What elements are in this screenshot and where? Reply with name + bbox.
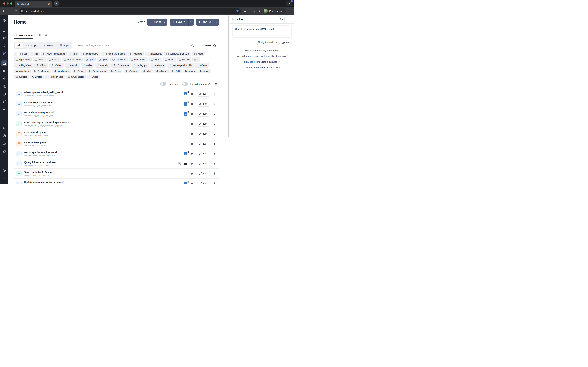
row-menu-button[interactable] [212,112,216,116]
row-menu-button[interactable] [212,151,216,156]
chat-suggestion[interactable]: How do I schedule a recurring job? [244,66,280,69]
tab-hub[interactable]: Hub [38,32,48,39]
sidebar-item-add[interactable] [1,106,7,112]
user-chip[interactable]: u/hugo [109,69,122,73]
browser-menu-icon[interactable] [288,9,292,13]
filter-apps[interactable]: Apps [57,43,72,48]
sidebar-item-variables[interactable] [1,76,7,82]
folder-chip[interactable]: f/guillaume [14,57,32,62]
content-search-button[interactable]: Content [199,42,219,49]
favorite-star[interactable] [190,152,194,155]
folder-chip[interactable]: f/docs [192,51,205,56]
filter-all[interactable]: All [15,43,23,48]
tree-view-toggle[interactable] [160,82,166,86]
new-tab-button[interactable] [54,1,59,6]
user-chip[interactable]: u/hugopw [123,69,140,73]
search-box[interactable] [75,42,196,49]
folder-chip[interactable]: f/providers [110,57,128,62]
windmill-logo[interactable] [1,17,7,23]
edit-button[interactable]: Edit [197,141,210,146]
sidebar-item-runs[interactable] [1,68,7,74]
chat-suggestion[interactable]: How can I connect to a database? [244,60,280,63]
edit-button[interactable]: Edit [197,101,210,107]
sidebar-item-logs[interactable] [1,156,7,162]
favorite-star[interactable] [190,92,194,96]
row-menu-button[interactable] [212,171,216,176]
folder-chip[interactable]: f/stats [149,57,162,62]
filter-scripts[interactable]: Scripts [24,43,40,48]
user-chip[interactable]: u/henri_admin [87,69,108,73]
create-app-button[interactable]: App [196,18,219,25]
list-item[interactable]: Send reminder to Discordf/all/send_disco… [14,168,219,178]
scrollbar-thumb[interactable] [228,15,229,137]
sidebar-item-home[interactable] [1,60,7,66]
user-chip[interactable]: u/kai [141,69,153,73]
edit-button[interactable]: Edit [197,121,210,126]
list-item[interactable]: Update customer contact channelf/bd/upda… [14,178,219,184]
folder-chip[interactable]: f/ai [18,51,29,56]
user-chip[interactable]: u/admin [65,63,80,68]
user-chip[interactable]: u/lplit [170,69,182,73]
folder-chip[interactable]: f/kube [33,57,46,62]
zoom-window-button[interactable] [10,2,12,5]
url-text[interactable]: app.windmill.dev [26,10,234,12]
user-chip[interactable]: u/changeme [112,63,131,68]
display-settings-button[interactable] [213,81,219,87]
user-chip[interactable]: u/rubenfiszel [66,75,86,79]
favorite-star[interactable] [190,132,194,135]
edit-button[interactable]: Edit [197,181,210,184]
favorite-star[interactable] [190,122,194,125]
user-chip[interactable]: u/guilhempw [32,69,51,73]
edit-button[interactable]: Edit [197,171,210,176]
downloads-icon[interactable] [252,9,255,13]
list-item[interactable]: Get usage for any licence idf/bd/get_usa… [14,149,219,158]
extensions-icon[interactable] [243,9,247,13]
main-scrollbar[interactable] [228,15,230,184]
flow-dropdown-caret[interactable] [189,18,194,25]
user-chip[interactable]: u/HugoCasa [14,63,34,68]
user-chip[interactable]: u/exteugenchubchik [167,63,194,68]
sidebar-item-schedules[interactable] [1,91,7,97]
group-chip[interactable]: g/all [192,57,200,62]
chat-input[interactable]: How do I set up a new HTTP route? [233,26,291,37]
tab-search-button[interactable] [286,1,292,6]
row-menu-button[interactable] [212,122,216,126]
user-chip[interactable]: u/mark [183,69,197,73]
media-controls-icon[interactable] [257,9,260,13]
user-chip[interactable]: u/ruben [30,75,44,79]
folder-chip[interactable]: f/linear [47,57,61,62]
browser-tab[interactable]: Windmill ✕ [15,1,52,7]
reload-button[interactable] [14,9,17,13]
folder-chip[interactable]: f/tests [163,57,176,62]
bookmark-star-icon[interactable] [236,9,239,13]
user-chip[interactable]: u/Ross [35,63,49,68]
chat-suggestion[interactable]: Where can I see my latest runs? [245,49,279,52]
sidebar-item-help[interactable] [1,167,7,173]
folder-chip[interactable]: f/benchmarks [80,51,100,56]
user-chip[interactable]: u/faton [195,63,209,68]
favorite-star[interactable] [190,162,194,165]
sidebar-item-workspace[interactable] [1,27,7,33]
folder-chip[interactable]: f/discordGithubSync [164,51,191,56]
create-script-button[interactable]: Script [147,18,167,25]
sidebar-item-resources[interactable] [1,83,7,89]
folder-chip[interactable]: f/prod [97,57,109,62]
user-chip[interactable]: u/henri [72,69,85,73]
forward-button[interactable] [8,9,11,13]
user-chip[interactable]: u/guillaume [52,69,70,73]
edit-button[interactable]: Edit [197,111,210,117]
sidebar-item-folders[interactable] [1,148,7,154]
list-item[interactable]: License keys panelf/bd/license_keys_pane… [14,139,219,149]
row-menu-button[interactable] [212,161,216,166]
filter-flows[interactable]: Flows [41,43,57,48]
favorite-star[interactable] [190,182,194,184]
back-button[interactable] [2,9,6,13]
app-dropdown-caret[interactable] [214,18,219,25]
empty-chip[interactable] [14,51,17,56]
site-settings-icon[interactable] [20,9,25,13]
sidebar-item-ai[interactable] [1,50,7,56]
user-chip[interactable]: u/diegopw [132,63,149,68]
chat-mode-select[interactable]: Navigator mode [256,40,280,45]
row-menu-button[interactable] [212,181,216,184]
user-chip[interactable]: u/adam [49,63,64,68]
